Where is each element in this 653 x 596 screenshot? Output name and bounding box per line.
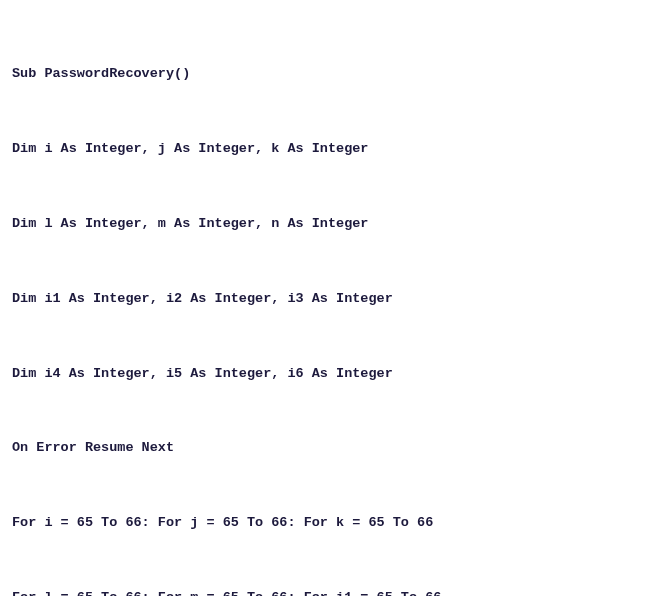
code-line: Dim i As Integer, j As Integer, k As Int… <box>12 137 641 162</box>
code-line: For l = 65 To 66: For m = 65 To 66: For … <box>12 586 641 596</box>
code-line: Sub PasswordRecovery() <box>12 62 641 87</box>
code-line: For i = 65 To 66: For j = 65 To 66: For … <box>12 511 641 536</box>
code-line: Dim i1 As Integer, i2 As Integer, i3 As … <box>12 287 641 312</box>
code-line: Dim i4 As Integer, i5 As Integer, i6 As … <box>12 362 641 387</box>
code-line: Dim l As Integer, m As Integer, n As Int… <box>12 212 641 237</box>
code-line: On Error Resume Next <box>12 436 641 461</box>
vba-code-block: Sub PasswordRecovery() Dim i As Integer,… <box>12 12 641 596</box>
